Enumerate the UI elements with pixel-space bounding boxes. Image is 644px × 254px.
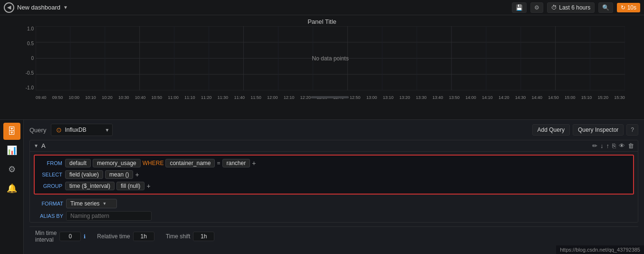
y-label-1: 1.0 [27, 26, 34, 31]
refresh-label: 10s [627, 4, 636, 11]
content-area: Query ⊙ InfluxDB ▼ Add Query Query Inspe… [24, 120, 644, 254]
grid-area: No data points [36, 26, 625, 90]
sidebar-item-chart[interactable]: 📊 [3, 142, 20, 159]
format-arrow-icon: ▼ [103, 201, 107, 206]
where-value-pill[interactable]: rancher [222, 159, 250, 167]
format-dropdown[interactable]: Time series ▼ [66, 199, 117, 208]
zoom-button[interactable]: 🔍 [598, 2, 613, 13]
group-label: GROUP [38, 183, 62, 189]
move-down-icon[interactable]: ↓ [600, 142, 604, 149]
time-shift-input[interactable] [193, 232, 214, 241]
group-add-icon[interactable]: + [146, 182, 150, 190]
datasource-dropdown[interactable]: ⊙ InfluxDB ▼ [51, 124, 113, 136]
gear-icon: ⚙ [534, 4, 539, 11]
from-add-icon[interactable]: + [252, 159, 256, 167]
datasource-arrow-icon: ▼ [105, 127, 110, 133]
chart-icon: 📊 [7, 145, 17, 156]
query-block-actions: ✏ ↓ ↑ ⎘ 👁 🗑 [592, 142, 634, 149]
alias-input[interactable] [66, 211, 152, 221]
url-bar: https://blog.csdn.net/qq_43792385 [556, 245, 644, 254]
collapse-arrow-icon[interactable]: ▼ [34, 143, 38, 148]
relative-time-input[interactable] [133, 232, 154, 241]
back-button[interactable]: ◀ [4, 2, 14, 13]
min-time-group: Min time interval ℹ [35, 230, 86, 243]
copy-icon[interactable]: ⎘ [612, 142, 616, 149]
y-axis: 1.0 0.5 0 -0.5 -1.0 [19, 26, 36, 90]
sidebar-item-database[interactable]: 🗄 [3, 123, 20, 140]
settings-button[interactable]: ⚙ [530, 2, 543, 13]
query-block-title: ▼ A [34, 142, 46, 149]
y-label-2: 0.5 [27, 41, 34, 46]
group-time-pill[interactable]: time ($_interval) [65, 182, 115, 190]
refresh-button[interactable]: ↻ 10s [617, 3, 640, 12]
measurement-pill[interactable]: memory_usage [93, 159, 141, 167]
sidebar-item-alerts[interactable]: 🔔 [3, 180, 20, 197]
select-add-icon[interactable]: + [135, 171, 139, 178]
chart-area: 1.0 0.5 0 -0.5 -1.0 [19, 26, 625, 100]
datasource-name: InfluxDB [65, 127, 86, 133]
format-value: Time series [70, 200, 100, 207]
edit-icon[interactable]: ✏ [592, 142, 597, 149]
from-row: FROM default memory_usage WHERE containe… [38, 157, 630, 169]
save-icon: 💾 [516, 4, 523, 11]
format-row: FORMAT Time series ▼ [30, 197, 638, 210]
toggle-visibility-icon[interactable]: 👁 [619, 142, 625, 149]
url-text: https://blog.csdn.net/qq_43792385 [560, 247, 640, 253]
help-button[interactable]: ? [626, 124, 638, 136]
query-inspector-button[interactable]: Query Inspector [573, 124, 624, 136]
settings-icon: ⚙ [8, 164, 16, 175]
where-keyword: WHERE [143, 160, 164, 166]
query-header-right: Add Query Query Inspector ? [532, 124, 638, 136]
query-letter: A [41, 142, 46, 149]
from-content: default memory_usage WHERE container_nam… [65, 159, 256, 167]
group-row: GROUP time ($_interval) fill (null) + [38, 180, 630, 192]
query-label: Query [29, 127, 46, 134]
group-fill-pill[interactable]: fill (null) [116, 182, 144, 190]
min-time-label: Min time interval [35, 230, 57, 243]
no-data-label: No data points [312, 55, 348, 62]
relative-time-group: Relative time [97, 232, 154, 241]
y-label-5: -1.0 [26, 85, 34, 90]
zoom-icon: 🔍 [602, 4, 609, 11]
refresh-icon: ↻ [621, 4, 625, 11]
panel-title: Panel Title [0, 15, 644, 26]
clock-icon: ⏱ [551, 4, 557, 11]
select-func-pill[interactable]: mean () [105, 170, 133, 179]
database-icon: 🗄 [8, 127, 16, 137]
sidebar-item-settings[interactable]: ⚙ [3, 161, 20, 178]
group-content: time ($_interval) fill (null) + [65, 182, 151, 190]
from-label: FROM [38, 160, 62, 166]
format-label: FORMAT [34, 201, 63, 206]
db-pill[interactable]: default [65, 159, 91, 167]
where-field-pill[interactable]: container_name [165, 159, 215, 167]
min-time-input[interactable] [59, 232, 81, 241]
select-label: SELECT [38, 172, 62, 177]
move-up-icon[interactable]: ↑ [606, 142, 610, 149]
time-range-button[interactable]: ⏱ Last 6 hours [547, 2, 595, 13]
time-shift-label: Time shift [166, 233, 191, 240]
nav-left: ◀ New dashboard ▼ [4, 2, 68, 13]
main-layout: 🗄 📊 ⚙ 🔔 Query ⊙ InfluxDB ▼ Add Query [0, 120, 644, 254]
sidebar: 🗄 📊 ⚙ 🔔 [0, 120, 24, 254]
nav-right: 💾 ⚙ ⏱ Last 6 hours 🔍 ↻ 10s [512, 2, 640, 13]
x-axis: 09:40 09:50 10:00 10:10 10:20 10:30 10:4… [36, 90, 625, 100]
y-label-4: -0.5 [26, 70, 34, 76]
time-shift-group: Time shift [166, 232, 215, 241]
query-rows-highlight: FROM default memory_usage WHERE containe… [34, 155, 634, 195]
time-range-label: Last 6 hours [559, 4, 590, 11]
select-content: field (value) mean () + [65, 170, 139, 179]
select-field-pill[interactable]: field (value) [65, 170, 103, 179]
query-block-header: ▼ A ✏ ↓ ↑ ⎘ 👁 🗑 [30, 140, 638, 152]
dashboard-dropdown-arrow[interactable]: ▼ [63, 5, 68, 10]
query-block-a: ▼ A ✏ ↓ ↑ ⎘ 👁 🗑 FROM defaul [29, 140, 638, 223]
influxdb-icon: ⊙ [56, 126, 62, 134]
delete-icon[interactable]: 🗑 [628, 142, 634, 149]
save-button[interactable]: 💾 [512, 2, 527, 13]
info-icon[interactable]: ℹ [84, 234, 86, 240]
chart-panel: Panel Title 1.0 0.5 0 -0.5 -1.0 [0, 15, 644, 120]
bottom-options: Min time interval ℹ Relative time Time s… [29, 226, 638, 246]
dashboard-title[interactable]: New dashboard [17, 4, 60, 11]
scrollbar-thumb[interactable] [311, 96, 349, 98]
alias-label: ALIAS BY [34, 213, 63, 219]
add-query-button[interactable]: Add Query [532, 124, 570, 136]
